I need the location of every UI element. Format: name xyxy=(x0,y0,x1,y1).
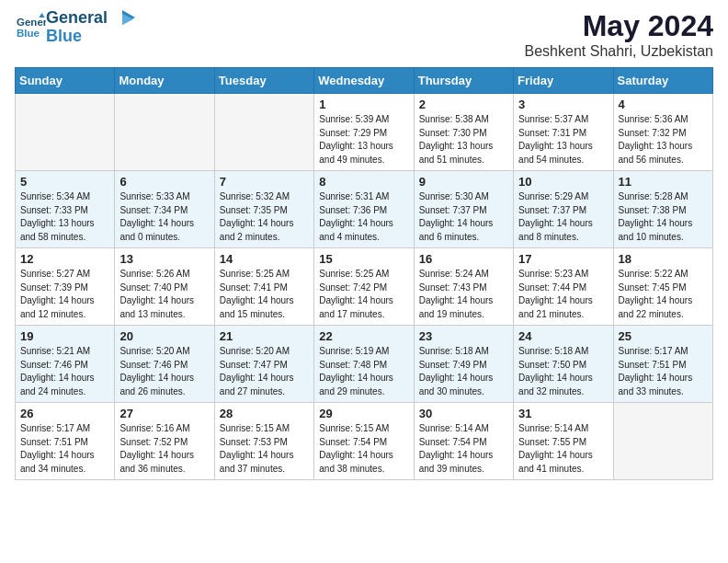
day-info: Sunrise: 5:34 AM Sunset: 7:33 PM Dayligh… xyxy=(20,190,109,244)
calendar-cell: 21Sunrise: 5:20 AM Sunset: 7:47 PM Dayli… xyxy=(214,326,313,403)
calendar-cell: 17Sunrise: 5:23 AM Sunset: 7:44 PM Dayli… xyxy=(514,248,613,326)
day-info: Sunrise: 5:16 AM Sunset: 7:52 PM Dayligh… xyxy=(119,422,209,476)
day-info: Sunrise: 5:37 AM Sunset: 7:31 PM Dayligh… xyxy=(518,113,608,167)
day-info: Sunrise: 5:18 AM Sunset: 7:49 PM Dayligh… xyxy=(419,345,508,398)
calendar-table: SundayMondayTuesdayWednesdayThursdayFrid… xyxy=(15,67,713,480)
day-number: 21 xyxy=(220,329,309,343)
day-info: Sunrise: 5:14 AM Sunset: 7:55 PM Dayligh… xyxy=(518,422,608,476)
day-number: 13 xyxy=(119,252,209,266)
day-number: 11 xyxy=(619,175,708,189)
day-info: Sunrise: 5:24 AM Sunset: 7:43 PM Dayligh… xyxy=(419,268,508,321)
day-number: 24 xyxy=(518,329,608,343)
calendar-header-row: SundayMondayTuesdayWednesdayThursdayFrid… xyxy=(16,68,713,94)
day-number: 28 xyxy=(220,407,309,420)
calendar-week-row: 19Sunrise: 5:21 AM Sunset: 7:46 PM Dayli… xyxy=(16,326,713,403)
day-number: 31 xyxy=(518,407,608,420)
logo-line2: Blue xyxy=(46,28,108,46)
calendar-cell: 23Sunrise: 5:18 AM Sunset: 7:49 PM Dayli… xyxy=(414,326,513,403)
col-header-wednesday: Wednesday xyxy=(314,68,414,94)
day-number: 25 xyxy=(619,329,708,343)
calendar-cell: 11Sunrise: 5:28 AM Sunset: 7:38 PM Dayli… xyxy=(613,171,712,248)
calendar-cell: 19Sunrise: 5:21 AM Sunset: 7:46 PM Dayli… xyxy=(16,326,115,403)
day-info: Sunrise: 5:33 AM Sunset: 7:34 PM Dayligh… xyxy=(119,190,209,244)
calendar-cell: 6Sunrise: 5:33 AM Sunset: 7:34 PM Daylig… xyxy=(115,171,214,248)
day-info: Sunrise: 5:39 AM Sunset: 7:29 PM Dayligh… xyxy=(319,113,408,167)
calendar-cell: 13Sunrise: 5:26 AM Sunset: 7:40 PM Dayli… xyxy=(115,248,214,326)
day-number: 10 xyxy=(518,175,608,189)
calendar-cell: 8Sunrise: 5:31 AM Sunset: 7:36 PM Daylig… xyxy=(314,171,414,248)
day-info: Sunrise: 5:14 AM Sunset: 7:54 PM Dayligh… xyxy=(419,422,508,476)
calendar-cell: 1Sunrise: 5:39 AM Sunset: 7:29 PM Daylig… xyxy=(314,94,414,171)
day-number: 30 xyxy=(419,407,508,420)
day-number: 8 xyxy=(319,175,408,189)
day-number: 1 xyxy=(319,98,408,111)
day-info: Sunrise: 5:32 AM Sunset: 7:35 PM Dayligh… xyxy=(220,190,309,244)
calendar-cell: 10Sunrise: 5:29 AM Sunset: 7:37 PM Dayli… xyxy=(514,171,613,248)
day-number: 7 xyxy=(220,175,309,189)
calendar-cell: 9Sunrise: 5:30 AM Sunset: 7:37 PM Daylig… xyxy=(414,171,513,248)
day-info: Sunrise: 5:18 AM Sunset: 7:50 PM Dayligh… xyxy=(518,345,608,398)
calendar-cell: 5Sunrise: 5:34 AM Sunset: 7:33 PM Daylig… xyxy=(16,171,115,248)
day-info: Sunrise: 5:17 AM Sunset: 7:51 PM Dayligh… xyxy=(20,422,109,476)
header: General Blue General Blue May 2024 Beshk… xyxy=(15,9,713,60)
day-number: 29 xyxy=(319,407,408,420)
day-number: 5 xyxy=(20,175,109,189)
calendar-cell: 20Sunrise: 5:20 AM Sunset: 7:46 PM Dayli… xyxy=(115,326,214,403)
day-info: Sunrise: 5:17 AM Sunset: 7:51 PM Dayligh… xyxy=(619,345,708,398)
col-header-tuesday: Tuesday xyxy=(214,68,313,94)
day-number: 26 xyxy=(20,407,109,420)
day-number: 6 xyxy=(119,175,209,189)
day-number: 22 xyxy=(319,329,408,343)
day-info: Sunrise: 5:36 AM Sunset: 7:32 PM Dayligh… xyxy=(619,113,708,167)
day-number: 15 xyxy=(319,252,408,266)
day-info: Sunrise: 5:28 AM Sunset: 7:38 PM Dayligh… xyxy=(619,190,708,244)
day-info: Sunrise: 5:30 AM Sunset: 7:37 PM Dayligh… xyxy=(419,190,508,244)
col-header-thursday: Thursday xyxy=(414,68,513,94)
calendar-week-row: 26Sunrise: 5:17 AM Sunset: 7:51 PM Dayli… xyxy=(16,403,713,480)
location-subtitle: Beshkent Shahri, Uzbekistan xyxy=(525,43,713,60)
day-info: Sunrise: 5:20 AM Sunset: 7:47 PM Dayligh… xyxy=(220,345,309,398)
day-info: Sunrise: 5:27 AM Sunset: 7:39 PM Dayligh… xyxy=(20,268,109,321)
day-info: Sunrise: 5:22 AM Sunset: 7:45 PM Dayligh… xyxy=(619,268,708,321)
day-info: Sunrise: 5:20 AM Sunset: 7:46 PM Dayligh… xyxy=(119,345,209,398)
day-number: 16 xyxy=(419,252,508,266)
logo-area: General Blue General Blue xyxy=(15,9,135,46)
calendar-cell: 29Sunrise: 5:15 AM Sunset: 7:54 PM Dayli… xyxy=(314,403,414,480)
day-info: Sunrise: 5:15 AM Sunset: 7:54 PM Dayligh… xyxy=(319,422,408,476)
calendar-cell: 18Sunrise: 5:22 AM Sunset: 7:45 PM Dayli… xyxy=(613,248,712,326)
calendar-cell: 31Sunrise: 5:14 AM Sunset: 7:55 PM Dayli… xyxy=(514,403,613,480)
day-info: Sunrise: 5:15 AM Sunset: 7:53 PM Dayligh… xyxy=(220,422,309,476)
day-info: Sunrise: 5:25 AM Sunset: 7:41 PM Dayligh… xyxy=(220,268,309,321)
calendar-cell: 26Sunrise: 5:17 AM Sunset: 7:51 PM Dayli… xyxy=(16,403,115,480)
col-header-saturday: Saturday xyxy=(613,68,712,94)
calendar-cell: 14Sunrise: 5:25 AM Sunset: 7:41 PM Dayli… xyxy=(214,248,313,326)
calendar-cell: 12Sunrise: 5:27 AM Sunset: 7:39 PM Dayli… xyxy=(16,248,115,326)
day-info: Sunrise: 5:26 AM Sunset: 7:40 PM Dayligh… xyxy=(119,268,209,321)
day-info: Sunrise: 5:31 AM Sunset: 7:36 PM Dayligh… xyxy=(319,190,408,244)
calendar-week-row: 12Sunrise: 5:27 AM Sunset: 7:39 PM Dayli… xyxy=(16,248,713,326)
title-area: May 2024 Beshkent Shahri, Uzbekistan xyxy=(525,9,713,60)
calendar-cell: 28Sunrise: 5:15 AM Sunset: 7:53 PM Dayli… xyxy=(214,403,313,480)
day-number: 14 xyxy=(220,252,309,266)
day-info: Sunrise: 5:38 AM Sunset: 7:30 PM Dayligh… xyxy=(419,113,508,167)
col-header-monday: Monday xyxy=(115,68,214,94)
calendar-cell xyxy=(16,94,115,171)
calendar-cell: 4Sunrise: 5:36 AM Sunset: 7:32 PM Daylig… xyxy=(613,94,712,171)
day-number: 18 xyxy=(619,252,708,266)
calendar-cell xyxy=(613,403,712,480)
calendar-week-row: 1Sunrise: 5:39 AM Sunset: 7:29 PM Daylig… xyxy=(16,94,713,171)
calendar-cell xyxy=(115,94,214,171)
svg-marker-2 xyxy=(39,13,44,17)
day-info: Sunrise: 5:19 AM Sunset: 7:48 PM Dayligh… xyxy=(319,345,408,398)
calendar-cell: 27Sunrise: 5:16 AM Sunset: 7:52 PM Dayli… xyxy=(115,403,214,480)
col-header-friday: Friday xyxy=(514,68,613,94)
day-info: Sunrise: 5:21 AM Sunset: 7:46 PM Dayligh… xyxy=(20,345,109,398)
day-number: 27 xyxy=(119,407,209,420)
day-number: 20 xyxy=(119,329,209,343)
day-info: Sunrise: 5:25 AM Sunset: 7:42 PM Dayligh… xyxy=(319,268,408,321)
page: General Blue General Blue May 2024 Beshk… xyxy=(0,0,728,495)
calendar-cell xyxy=(214,94,313,171)
day-info: Sunrise: 5:29 AM Sunset: 7:37 PM Dayligh… xyxy=(518,190,608,244)
svg-text:General: General xyxy=(17,17,46,28)
logo-flag-icon xyxy=(109,10,135,36)
